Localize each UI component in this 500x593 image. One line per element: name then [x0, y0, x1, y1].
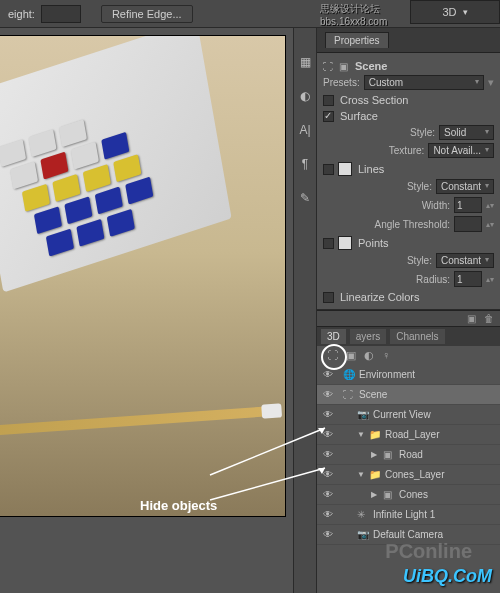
tree-item-label: Infinite Light 1: [373, 509, 435, 520]
properties-tab[interactable]: Properties: [325, 32, 389, 48]
presets-dropdown[interactable]: Custom: [364, 75, 484, 90]
filter-light-icon[interactable]: ♀: [382, 349, 390, 362]
main-area: ▦ ◐ A| ¶ ✎ Properties ⛶ ▣ Scene Presets:…: [0, 28, 500, 593]
points-checkbox[interactable]: [323, 238, 334, 249]
properties-panel: ⛶ ▣ Scene Presets: Custom ▾ Cross Sectio…: [317, 53, 500, 310]
workspace-dropdown[interactable]: 3D: [410, 0, 500, 24]
tree-item-label: Cones_Layer: [385, 469, 444, 480]
lines-color-swatch[interactable]: [338, 162, 352, 176]
angle-threshold-label: Angle Threshold:: [341, 219, 450, 230]
3d-filter-icons: ⛶ ▣ ◐ ♀: [317, 346, 500, 365]
points-style-dropdown[interactable]: Constant: [436, 253, 494, 268]
adjustments-icon[interactable]: ◐: [297, 88, 313, 104]
visibility-eye-icon[interactable]: 👁: [321, 488, 335, 502]
paragraph-icon[interactable]: ¶: [297, 156, 313, 172]
tree-item-default-camera[interactable]: 👁📷Default Camera: [317, 525, 500, 545]
surface-checkbox[interactable]: [323, 111, 334, 122]
points-label: Points: [358, 237, 389, 249]
linearize-checkbox[interactable]: [323, 292, 334, 303]
folder-icon: 📁: [369, 429, 381, 441]
visibility-eye-icon[interactable]: 👁: [321, 508, 335, 522]
tree-item-cones-layer[interactable]: 👁▼📁Cones_Layer: [317, 465, 500, 485]
tab-channels[interactable]: Channels: [390, 329, 444, 344]
tree-item-environment[interactable]: 👁🌐Environment: [317, 365, 500, 385]
texture-dropdown[interactable]: Not Avail...: [428, 143, 494, 158]
linearize-label: Linearize Colors: [340, 291, 419, 303]
visibility-eye-icon[interactable]: 👁: [321, 368, 335, 382]
light-icon: ✳: [357, 509, 369, 521]
tab-layers[interactable]: ayers: [350, 329, 386, 344]
visibility-eye-icon[interactable]: 👁: [321, 428, 335, 442]
visibility-eye-icon[interactable]: 👁: [321, 408, 335, 422]
disclosure-triangle-icon[interactable]: ▼: [357, 470, 365, 479]
visibility-eye-icon[interactable]: 👁: [321, 528, 335, 542]
workspace-label: 3D: [442, 6, 456, 18]
surface-style-dropdown[interactable]: Solid: [439, 125, 494, 140]
width-stepper-icon[interactable]: ▴▾: [486, 201, 494, 210]
tree-item-scene[interactable]: 👁⛶Scene: [317, 385, 500, 405]
points-color-swatch[interactable]: [338, 236, 352, 250]
properties-footer: ▣ 🗑: [317, 310, 500, 326]
tree-item-label: Default Camera: [373, 529, 443, 540]
preset-menu-icon[interactable]: ▾: [488, 76, 494, 89]
visibility-eye-icon[interactable]: 👁: [321, 448, 335, 462]
filter-mesh-icon[interactable]: ▣: [346, 349, 356, 362]
width-label: Width:: [341, 200, 450, 211]
tree-item-road[interactable]: 👁▶▣Road: [317, 445, 500, 465]
tree-item-cones[interactable]: 👁▶▣Cones: [317, 485, 500, 505]
camera-icon: 📷: [357, 529, 369, 541]
3d-panel-tabs: 3D ayers Channels: [317, 326, 500, 346]
radius-label: Radius:: [341, 274, 450, 285]
mesh-icon: ▣: [383, 489, 395, 501]
tree-item-label: Road_Layer: [385, 429, 439, 440]
tree-item-label: Cones: [399, 489, 428, 500]
disclosure-triangle-icon[interactable]: ▼: [357, 430, 365, 439]
lines-style-label: Style:: [341, 181, 432, 192]
presets-label: Presets:: [323, 77, 360, 88]
lines-style-dropdown[interactable]: Constant: [436, 179, 494, 194]
render-icon[interactable]: ▣: [467, 313, 476, 324]
visibility-eye-icon[interactable]: 👁: [321, 468, 335, 482]
tree-item-infinite-light-1[interactable]: 👁✳Infinite Light 1: [317, 505, 500, 525]
disclosure-triangle-icon[interactable]: ▶: [371, 490, 379, 499]
height-field[interactable]: [41, 5, 81, 23]
angle-stepper-icon[interactable]: ▴▾: [486, 220, 494, 229]
angle-threshold-field[interactable]: [454, 216, 482, 232]
tree-item-road-layer[interactable]: 👁▼📁Road_Layer: [317, 425, 500, 445]
tree-item-current-view[interactable]: 👁📷Current View: [317, 405, 500, 425]
mesh-icon: ▣: [339, 60, 351, 72]
refine-edge-button[interactable]: Refine Edge...: [101, 5, 193, 23]
tree-item-label: Environment: [359, 369, 415, 380]
cross-section-checkbox[interactable]: [323, 95, 334, 106]
properties-title: Scene: [355, 60, 387, 72]
scene-icon: ⛶: [323, 60, 335, 72]
radius-field[interactable]: [454, 271, 482, 287]
width-field[interactable]: [454, 197, 482, 213]
image-content-pencil: [0, 406, 270, 436]
filter-scene-icon[interactable]: ⛶: [327, 349, 338, 362]
right-panels: Properties ⛶ ▣ Scene Presets: Custom ▾ C…: [317, 28, 500, 593]
canvas-wrap: [0, 28, 293, 593]
text-icon[interactable]: A|: [297, 122, 313, 138]
scene-icon: ⛶: [343, 389, 355, 401]
swatches-icon[interactable]: ▦: [297, 54, 313, 70]
camera-icon: 📷: [357, 409, 369, 421]
trash-icon[interactable]: 🗑: [484, 313, 494, 324]
radius-stepper-icon[interactable]: ▴▾: [486, 275, 494, 284]
lines-label: Lines: [358, 163, 384, 175]
filter-material-icon[interactable]: ◐: [364, 349, 374, 362]
mesh-icon: ▣: [383, 449, 395, 461]
lines-checkbox[interactable]: [323, 164, 334, 175]
tree-item-label: Scene: [359, 389, 387, 400]
tab-3d[interactable]: 3D: [321, 329, 346, 344]
cross-section-label: Cross Section: [340, 94, 408, 106]
tool-presets-icon[interactable]: ✎: [297, 190, 313, 206]
properties-panel-tabs: Properties: [317, 28, 500, 53]
3d-tree: 👁🌐Environment👁⛶Scene👁📷Current View👁▼📁Roa…: [317, 365, 500, 593]
surface-style-label: Style:: [341, 127, 435, 138]
document-canvas[interactable]: [0, 36, 285, 516]
disclosure-triangle-icon[interactable]: ▶: [371, 450, 379, 459]
visibility-eye-icon[interactable]: 👁: [321, 388, 335, 402]
texture-label: Texture:: [341, 145, 424, 156]
folder-icon: 📁: [369, 469, 381, 481]
